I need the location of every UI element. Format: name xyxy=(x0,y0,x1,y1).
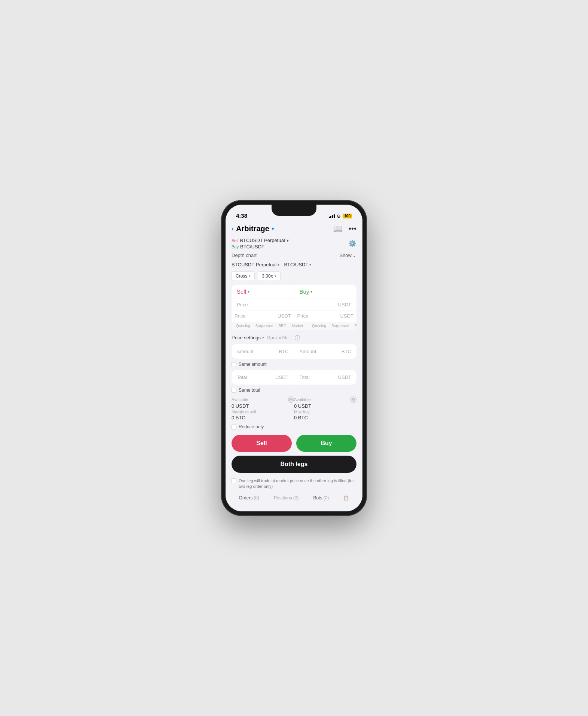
buy-price-input-area[interactable]: Price USDT xyxy=(294,311,357,322)
notice-text: One leg will trade at market price once … xyxy=(239,478,356,490)
status-time: 4:38 xyxy=(236,212,247,219)
pair-tab-btcusdt-spot-label: BTC/USDT xyxy=(284,262,308,267)
same-total-checkbox[interactable] xyxy=(232,388,236,393)
tab-orders[interactable]: Orders (0) xyxy=(239,495,259,501)
pair-tab-btcusdt-spot-arrow: ▾ xyxy=(309,263,311,267)
buy-type-selector[interactable]: Buy ▾ xyxy=(300,288,352,295)
more-options-icon[interactable]: ••• xyxy=(349,224,356,233)
buy-price-field-currency: USDT xyxy=(340,313,353,319)
pair-info: Sell BTCUSDT Perpetual ▾ Buy BTC/USDT ⚙️ xyxy=(226,236,362,251)
signal-icon xyxy=(329,214,335,218)
buy-surpassed-btn[interactable]: Surpassed xyxy=(330,323,351,329)
header-right: 📖 ••• xyxy=(333,224,356,233)
same-amount-label: Same amount xyxy=(239,362,267,367)
leverage-arrow: ▾ xyxy=(275,274,276,278)
sell-price-field-currency: USDT xyxy=(278,313,291,319)
buy-pair-label[interactable]: Buy BTC/USDT xyxy=(232,244,289,250)
sell-amount-col[interactable]: Amount BTC xyxy=(232,344,294,359)
tab-bots[interactable]: Bots (0) xyxy=(313,495,329,501)
order-type-row: Sell ▾ Buy ▾ xyxy=(232,285,356,299)
sell-market-btn[interactable]: Market xyxy=(290,323,305,329)
sell-amount-currency: BTC xyxy=(279,349,289,354)
depth-chart-show-button[interactable]: Show ⌄ xyxy=(339,253,356,258)
sell-bbo-btn[interactable]: BBO xyxy=(277,323,288,329)
both-legs-button[interactable]: Both legs xyxy=(232,456,356,473)
tab-positions[interactable]: Positions (0) xyxy=(274,495,298,501)
buy-queuing-btn[interactable]: Queuing xyxy=(310,323,328,329)
title-dropdown-icon[interactable]: ▾ xyxy=(272,226,274,232)
buy-balance-col: Available ⊕ 0 USDT Max buy 0 BTC xyxy=(294,397,356,420)
sell-type-selector[interactable]: Sell ▾ xyxy=(237,288,289,295)
depth-chart-label: Depth chart xyxy=(232,253,257,258)
notice-checkbox[interactable] xyxy=(232,478,236,483)
main-content: ‹ Arbitrage ▾ 📖 ••• Sell BTCUSDT Perpetu… xyxy=(226,221,362,511)
tab-orders-count: (0) xyxy=(254,495,259,501)
pair-tab-btcusdt[interactable]: BTCUSDT Perpetual ▾ xyxy=(232,262,279,267)
reduce-only-row: Reduce-only xyxy=(226,423,362,431)
book-icon[interactable]: 📖 xyxy=(333,224,343,233)
buy-balance-header: Available ⊕ xyxy=(294,397,356,403)
sell-surpassed-btn[interactable]: Surpassed xyxy=(254,323,275,329)
back-button[interactable]: ‹ xyxy=(232,225,234,233)
leverage-label: 3.00x xyxy=(262,273,273,279)
same-amount-checkbox[interactable] xyxy=(232,362,236,367)
sell-margin-amount: 0 BTC xyxy=(232,415,294,420)
tab-positions-label: Positions xyxy=(274,495,292,501)
pair-tab-btcusdt-label: BTCUSDT Perpetual xyxy=(232,262,276,267)
sell-button[interactable]: Sell xyxy=(232,435,292,452)
sell-queuing-btn[interactable]: Queuing xyxy=(235,323,252,329)
amount-card: Amount BTC Amount BTC xyxy=(232,344,356,359)
pair-settings-icon[interactable]: ⚙️ xyxy=(348,239,356,248)
sell-avail-add-icon[interactable]: ⊕ xyxy=(288,397,294,403)
sell-label: Sell xyxy=(237,288,246,295)
status-icons: ⊖ 100 xyxy=(329,213,352,219)
buy-amount-label: Amount xyxy=(300,349,316,354)
buy-total-col[interactable]: Total USDT xyxy=(294,370,357,385)
buy-total-label: Total xyxy=(300,374,310,380)
buy-button[interactable]: Buy xyxy=(296,435,356,452)
buy-tag: Buy xyxy=(232,245,239,249)
margin-type-label: Cross xyxy=(236,273,247,279)
reduce-only-checkbox[interactable] xyxy=(232,425,236,429)
sell-avail-amount: 0 USDT xyxy=(232,403,294,409)
price-input-row: Price USDT xyxy=(232,299,356,310)
price-settings-arrow: ▾ xyxy=(262,336,264,340)
pair-tabs: BTCUSDT Perpetual ▾ BTC/USDT ▾ xyxy=(226,260,362,270)
history-icon: 📋 xyxy=(343,495,349,501)
sell-order-col: Sell ▾ xyxy=(232,285,294,299)
price-settings-label: Price settings xyxy=(232,335,261,340)
depth-chart-row: Depth chart Show ⌄ xyxy=(226,251,362,260)
sell-order-types-col: Queuing Surpassed BBO Market xyxy=(232,322,307,330)
buy-avail-add-icon[interactable]: ⊕ xyxy=(350,397,356,403)
sell-pair-label[interactable]: Sell BTCUSDT Perpetual ▾ xyxy=(232,238,289,243)
total-card: Total USDT Total USDT xyxy=(232,370,356,385)
sell-total-currency: USDT xyxy=(275,374,288,380)
sell-total-col[interactable]: Total USDT xyxy=(232,370,294,385)
leverage-selector[interactable]: 3.00x ▾ xyxy=(258,271,280,281)
buy-label: Buy xyxy=(300,288,309,295)
spread-info-icon[interactable]: i xyxy=(295,335,300,340)
tab-history-icon[interactable]: 📋 xyxy=(343,495,349,501)
tab-orders-label: Orders xyxy=(239,495,253,501)
reduce-only-label: Reduce-only xyxy=(239,424,264,429)
same-total-row: Same total xyxy=(226,386,362,394)
margin-type-selector[interactable]: Cross ▾ xyxy=(232,271,255,281)
price-settings-button[interactable]: Price settings ▾ xyxy=(232,335,264,340)
spread-text: Spread% -- xyxy=(267,335,292,340)
buy-avail-label: Available xyxy=(294,397,310,402)
pair-tab-btcusdt-spot[interactable]: BTC/USDT ▾ xyxy=(284,262,311,267)
buy-amount-col[interactable]: Amount BTC xyxy=(294,344,357,359)
bottom-tabs: Orders (0) Positions (0) Bots (0) 📋 xyxy=(226,492,362,504)
header: ‹ Arbitrage ▾ 📖 ••• xyxy=(226,221,362,236)
pair-tab-btcusdt-arrow: ▾ xyxy=(278,263,279,267)
sell-balance-header: Available ⊕ xyxy=(232,397,294,403)
sell-price-label: Price xyxy=(237,302,248,307)
buy-bbo-btn[interactable]: BBO xyxy=(353,323,356,329)
buy-margin-label: Max buy xyxy=(294,410,356,414)
sell-balance-col: Available ⊕ 0 USDT Margin to sell 0 BTC xyxy=(232,397,294,420)
price-settings-row: Price settings ▾ Spread% -- i xyxy=(226,333,362,343)
sell-selector-arrow: ▾ xyxy=(248,290,249,294)
buy-order-col: Buy ▾ xyxy=(294,285,357,299)
sell-pair-dropdown-icon[interactable]: ▾ xyxy=(287,238,289,243)
sell-price-input-area[interactable]: Price USDT xyxy=(232,311,294,322)
